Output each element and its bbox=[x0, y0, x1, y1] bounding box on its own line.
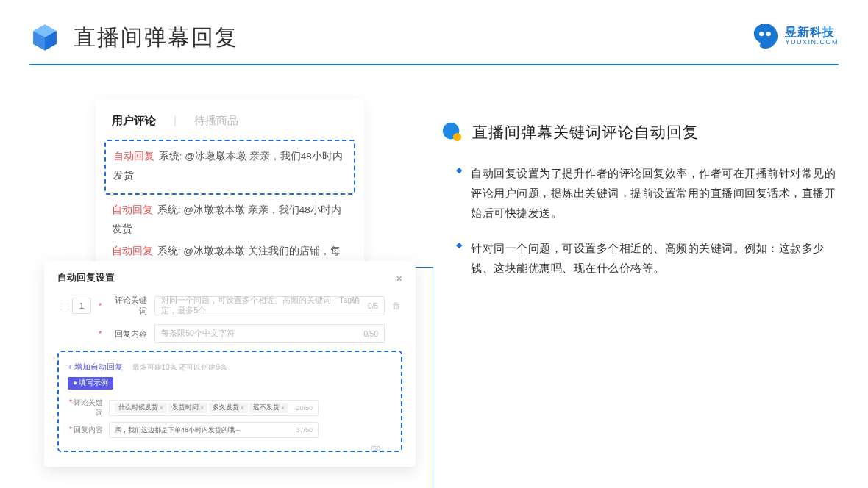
svg-point-3 bbox=[453, 133, 461, 141]
right-column: 直播间弹幕关键词评论自动回复 自动回复设置为了提升作者的评论回复效率，作者可在开… bbox=[441, 121, 839, 295]
bullet-item: 针对同一个问题，可设置多个相近的、高频的关键词。例如：这款多少钱、这块能优惠吗、… bbox=[441, 239, 839, 279]
bullet-text: 自动回复设置为了提升作者的评论回复效率，作者可在开播前针对常见的评论用户问题，提… bbox=[471, 164, 839, 223]
keyword-count: 0/5 bbox=[368, 302, 378, 310]
ex-content-label: *回复内容 bbox=[68, 425, 103, 435]
bullet-text: 针对同一个问题，可设置多个相近的、高频的关键词。例如：这款多少钱、这块能优惠吗、… bbox=[471, 239, 839, 279]
tab-separator: | bbox=[174, 114, 177, 128]
required-star: * bbox=[99, 301, 102, 310]
auto-reply-tag: 自动回复 bbox=[113, 151, 154, 162]
settings-title: 自动回复设置 bbox=[57, 271, 115, 284]
content-input[interactable]: 每条限50个中文字符 0/50 bbox=[154, 324, 385, 343]
stray-count: /50 bbox=[371, 445, 380, 452]
brand-name: 昱新科技 bbox=[785, 26, 839, 39]
connector-line bbox=[433, 267, 433, 488]
ex-content-value: 亲，我们这边都是下单48小时内发货的哦～ bbox=[115, 426, 241, 435]
keyword-row: ⋮⋮ * 评论关键词 对同一个问题，可设置多个相近、高频的关键词，Tag确定，最… bbox=[57, 295, 402, 317]
ex-tag[interactable]: 迟不发货× bbox=[249, 403, 288, 413]
header-divider bbox=[29, 64, 839, 65]
cube-icon bbox=[29, 22, 60, 53]
bullet-item: 自动回复设置为了提升作者的评论回复效率，作者可在开播前针对常见的评论用户问题，提… bbox=[441, 164, 839, 223]
ex-content-count: 37/50 bbox=[296, 426, 313, 434]
system-label: 系统: bbox=[157, 245, 181, 256]
ex-keyword-count: 20/50 bbox=[296, 404, 313, 412]
trash-icon[interactable]: 🗑 bbox=[392, 301, 402, 311]
ex-keyword-input[interactable]: 什么时候发货× 发货时间× 多久发货× 迟不发货× 20/50 bbox=[109, 400, 319, 416]
brand-logo: 昱新科技 YUUXIN.COM bbox=[751, 22, 839, 50]
svg-point-0 bbox=[760, 32, 764, 36]
system-label: 系统: bbox=[159, 151, 182, 162]
content-placeholder: 每条限50个中文字符 bbox=[161, 329, 235, 339]
ex-tags: 什么时候发货× 发货时间× 多久发货× 迟不发货× bbox=[115, 403, 288, 413]
chat-bubble-icon bbox=[441, 121, 463, 143]
keyword-placeholder: 对同一个问题，可设置多个相近、高频的关键词，Tag确定，最多5个 bbox=[161, 295, 368, 316]
tab-user-comments[interactable]: 用户评论 bbox=[112, 114, 156, 128]
auto-reply-tag: 自动回复 bbox=[112, 245, 153, 256]
section-head: 直播间弹幕关键词评论自动回复 bbox=[441, 121, 839, 143]
add-hint: 最多可建10条 还可以创建9条 bbox=[132, 363, 227, 371]
keyword-input[interactable]: 对同一个问题，可设置多个相近、高频的关键词，Tag确定，最多5个 0/5 bbox=[154, 296, 385, 315]
order-input[interactable] bbox=[72, 298, 91, 314]
keyword-label: 评论关键词 bbox=[109, 295, 147, 317]
comment-row: 自动回复 系统: @冰墩墩本墩 亲亲，我们48小时内发货 bbox=[113, 147, 346, 184]
section-title: 直播间弹幕关键词评论自动回复 bbox=[472, 122, 699, 143]
comment-row: 自动回复 系统: @冰墩墩本墩 亲亲，我们48小时内发货 bbox=[112, 201, 348, 238]
svg-point-1 bbox=[766, 32, 771, 36]
ex-tag[interactable]: 多久发货× bbox=[209, 403, 248, 413]
close-icon[interactable]: × bbox=[396, 272, 402, 284]
required-star: * bbox=[99, 329, 102, 338]
ex-content-input[interactable]: 亲，我们这边都是下单48小时内发货的哦～ 37/50 bbox=[109, 422, 319, 438]
example-content-row: *回复内容 亲，我们这边都是下单48小时内发货的哦～ 37/50 bbox=[68, 422, 392, 438]
brand-icon bbox=[751, 22, 779, 50]
settings-card: 自动回复设置 × ⋮⋮ * 评论关键词 对同一个问题，可设置多个相近、高频的关键… bbox=[44, 261, 416, 467]
system-label: 系统: bbox=[157, 204, 181, 215]
drag-icon[interactable]: ⋮⋮ bbox=[57, 302, 65, 310]
content-count: 0/50 bbox=[364, 330, 378, 338]
tab-pending-goods[interactable]: 待播商品 bbox=[194, 114, 238, 128]
page-header: 直播间弹幕回复 bbox=[0, 0, 868, 64]
ex-tag[interactable]: 发货时间× bbox=[168, 403, 207, 413]
auto-reply-tag: 自动回复 bbox=[112, 204, 153, 215]
example-box: + 增加自动回复 最多可建10条 还可以创建9条 ● 填写示例 *评论关键词 什… bbox=[57, 351, 402, 452]
add-auto-reply-link[interactable]: + 增加自动回复 bbox=[68, 362, 123, 371]
highlighted-comment: 自动回复 系统: @冰墩墩本墩 亲亲，我们48小时内发货 bbox=[104, 140, 355, 195]
example-badge: ● 填写示例 bbox=[68, 377, 113, 390]
content-label: 回复内容 bbox=[109, 329, 147, 340]
brand-url: YUUXIN.COM bbox=[785, 39, 839, 46]
example-keyword-row: *评论关键词 什么时候发货× 发货时间× 多久发货× 迟不发货× 20/50 bbox=[68, 398, 392, 418]
ex-keyword-label: *评论关键词 bbox=[68, 398, 103, 418]
tabs: 用户评论 | 待播商品 bbox=[112, 114, 348, 128]
page-title: 直播间弹幕回复 bbox=[74, 23, 238, 53]
ex-tag[interactable]: 什么时候发货× bbox=[115, 403, 167, 413]
content-row: * 回复内容 每条限50个中文字符 0/50 bbox=[57, 324, 402, 343]
